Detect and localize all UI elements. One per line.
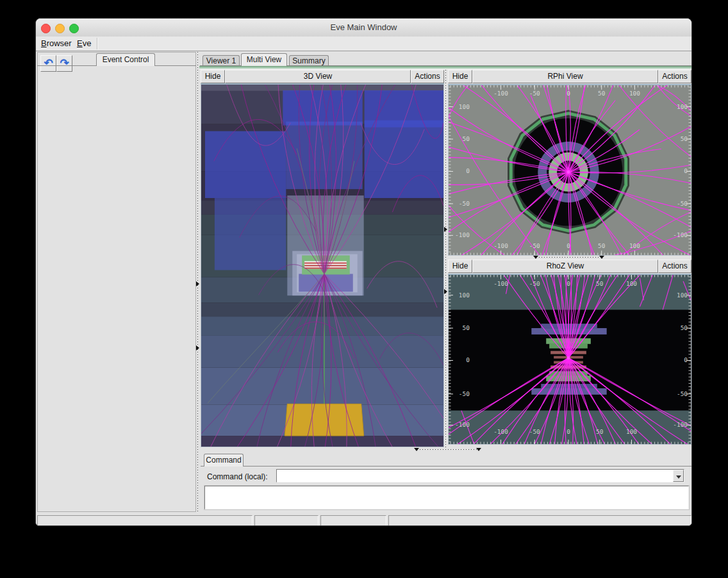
rhoz-scene: -100-100-50-50005050100100100100505000-5…: [449, 275, 691, 444]
axis-label: -50: [529, 428, 540, 435]
command-output[interactable]: [204, 486, 689, 509]
axis-label: 0: [567, 280, 570, 287]
command-input[interactable]: [278, 470, 674, 481]
axis-label: 100: [626, 280, 637, 287]
axis-label: 50: [596, 280, 604, 287]
axis-label: -50: [529, 90, 540, 97]
menu-browser[interactable]: Browser: [38, 37, 74, 51]
axis-label: -50: [459, 200, 470, 207]
rhoz-view-header: Hide RhoZ View Actions: [448, 260, 691, 273]
command-dropdown-button[interactable]: [673, 470, 684, 482]
previous-event-button[interactable]: ↶: [40, 55, 56, 72]
splitter-arrow-icon: [414, 448, 419, 451]
rhoz-viewport[interactable]: -100-100-50-50005050100100100100505000-5…: [448, 274, 691, 445]
axis-label: -100: [455, 421, 470, 428]
3d-hide-button[interactable]: Hide: [201, 70, 225, 83]
axis-label: 0: [466, 167, 470, 174]
command-splitter[interactable]: [201, 448, 691, 452]
status-cell: [254, 515, 318, 526]
event-control-panel: ↶ ↷: [37, 52, 196, 512]
rphi-view-header: Hide RPhi View Actions: [448, 70, 691, 83]
axis-label: 100: [677, 292, 688, 299]
splitter-arrow-icon: [196, 345, 199, 351]
axis-label: 100: [626, 428, 637, 435]
rphi-actions-button[interactable]: Actions: [658, 70, 691, 83]
axis-label: -100: [455, 231, 470, 238]
menubar: Browser Eve: [36, 37, 691, 51]
axis-label: 0: [684, 356, 688, 363]
menu-eve[interactable]: Eve: [74, 37, 94, 51]
axis-label: 100: [459, 103, 470, 110]
axis-label: -50: [529, 242, 540, 249]
3d-view-header: Hide 3D View Actions: [201, 70, 444, 83]
axis-label: -100: [493, 242, 508, 249]
command-tabline: [201, 466, 691, 467]
command-local-label: Command (local):: [207, 472, 268, 481]
axis-label: 50: [596, 428, 604, 435]
dock-highlight-strip: [199, 66, 691, 69]
desktop-background: Eve Main Window Browser Eve Eve Files Ev…: [0, 0, 728, 578]
statusbar: [36, 515, 691, 526]
axis-label: 50: [598, 242, 606, 249]
next-event-button[interactable]: ↷: [56, 55, 72, 72]
menubar-separator: [97, 38, 97, 49]
3d-viewport[interactable]: [201, 83, 444, 447]
axis-label: 0: [567, 242, 570, 249]
splitter-arrow-icon: [444, 227, 447, 232]
next-event-icon: ↷: [60, 57, 69, 69]
axis-label: -100: [673, 231, 688, 238]
command-combobox: [276, 469, 684, 483]
axis-label: -50: [677, 200, 688, 207]
axis-label: -50: [677, 390, 688, 397]
status-cell: [37, 515, 252, 526]
status-cell: [388, 515, 691, 526]
axis-label: 50: [598, 90, 606, 97]
axis-label: 0: [684, 167, 688, 174]
axis-label: 50: [462, 324, 470, 331]
3d-actions-button[interactable]: Actions: [411, 70, 444, 83]
rphi-viewport[interactable]: -100-100-50-50005050100100100100505000-5…: [448, 84, 691, 256]
axis-label: 50: [462, 135, 470, 142]
splitter-arrow-icon: [533, 256, 538, 259]
axis-label: 100: [459, 292, 470, 299]
axis-label: 50: [681, 135, 688, 142]
axis-label: 100: [677, 103, 688, 110]
axis-label: -100: [493, 280, 508, 287]
tab-summary[interactable]: Summary: [289, 55, 329, 66]
rphi-scene: -100-100-50-50005050100100100100505000-5…: [449, 85, 691, 255]
rhoz-view-title: RhoZ View: [472, 260, 658, 273]
tab-multi-view[interactable]: Multi View: [241, 53, 287, 66]
axis-label: 100: [629, 242, 640, 249]
axis-label: -100: [493, 428, 508, 435]
tab-event-control[interactable]: Event Control: [96, 53, 155, 66]
previous-event-icon: ↶: [44, 57, 53, 69]
status-cell: [320, 515, 386, 526]
splitter-arrow-icon: [476, 448, 481, 451]
3d-scene: [201, 85, 443, 447]
splitter-arrow-icon: [444, 289, 447, 294]
axis-label: 100: [629, 90, 640, 97]
axis-label: -100: [493, 90, 508, 97]
axis-label: -100: [673, 421, 688, 428]
axis-label: 0: [466, 356, 470, 363]
rhoz-hide-button[interactable]: Hide: [448, 260, 472, 273]
rphi-view-title: RPhi View: [472, 70, 658, 83]
rhoz-actions-button[interactable]: Actions: [658, 260, 691, 273]
browser-splitter[interactable]: [196, 52, 200, 512]
window-titlebar[interactable]: Eve Main Window: [36, 19, 691, 37]
tab-command[interactable]: Command: [204, 454, 244, 467]
tab-viewer-1[interactable]: Viewer 1: [203, 55, 240, 66]
eve-main-window: Eve Main Window Browser Eve Eve Files Ev…: [35, 18, 692, 526]
axis-label: 0: [567, 90, 570, 97]
axis-label: 0: [567, 428, 570, 435]
splitter-arrow-icon: [196, 281, 199, 286]
axis-label: -50: [459, 390, 470, 397]
axis-label: 50: [681, 324, 688, 331]
window-title: Eve Main Window: [36, 19, 691, 37]
splitter-arrow-icon: [599, 256, 604, 259]
3d-view-title: 3D View: [225, 70, 411, 83]
calorimeter-block: [285, 404, 363, 436]
axis-label: -50: [529, 280, 540, 287]
rphi-hide-button[interactable]: Hide: [448, 70, 472, 83]
